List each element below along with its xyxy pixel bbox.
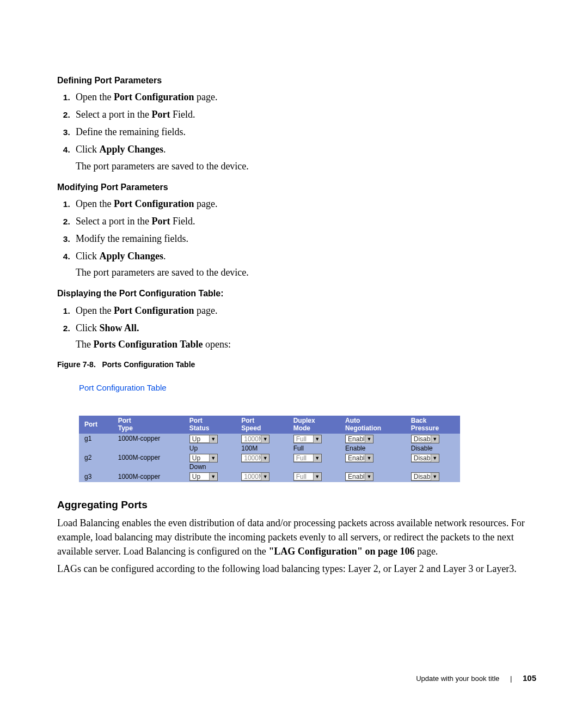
chevron-down-icon: ▼ bbox=[261, 473, 269, 480]
table-row: g11000M-copperUp▼1000M▼Full▼Enable▼Disab… bbox=[79, 434, 460, 444]
chevron-down-icon: ▼ bbox=[365, 454, 373, 462]
table-header-row: Port PortType PortStatus PortSpeed Duple… bbox=[79, 416, 460, 434]
auto-negotiation-select[interactable]: Enable▼ bbox=[345, 472, 373, 481]
cell-port-type: 1000M-copper bbox=[113, 434, 184, 444]
duplex-mode-select: Full▼ bbox=[293, 472, 322, 481]
port-status-select[interactable]: Up▼ bbox=[189, 472, 218, 481]
cell-port: g3 bbox=[79, 472, 113, 482]
cell-port: g2 bbox=[79, 453, 113, 463]
actual-auto bbox=[340, 463, 406, 471]
page-number: 105 bbox=[523, 673, 536, 683]
figure-caption: Figure 7-8. Ports Configuration Table bbox=[57, 359, 539, 370]
chevron-down-icon: ▼ bbox=[261, 454, 269, 462]
actual-status: Down bbox=[184, 463, 236, 471]
col-port-type: PortType bbox=[113, 416, 184, 434]
back-pressure-select[interactable]: Disable▼ bbox=[411, 435, 439, 443]
port-speed-select: 1000M▼ bbox=[241, 435, 270, 443]
actual-auto: Enable bbox=[340, 445, 406, 453]
table-row-actual: Up100MFullEnableDisable bbox=[79, 445, 460, 453]
section-heading-displaying: Displaying the Port Configuration Table: bbox=[57, 287, 539, 300]
duplex-mode-select: Full▼ bbox=[293, 454, 322, 462]
chevron-down-icon: ▼ bbox=[365, 435, 373, 443]
step: Modify the remaining fields. bbox=[72, 232, 539, 246]
back-pressure-select[interactable]: Disable▼ bbox=[411, 472, 439, 481]
chevron-down-icon: ▼ bbox=[313, 473, 321, 480]
aggregating-paragraph-2: LAGs can be configured according to the … bbox=[57, 562, 539, 576]
book-title: Update with your book title bbox=[416, 674, 499, 683]
table-row-actual: Down bbox=[79, 463, 460, 471]
port-speed-select: 1000M▼ bbox=[241, 454, 270, 462]
step: Select a port in the Port Field. bbox=[72, 214, 539, 228]
page-footer: Update with your book title | 105 bbox=[416, 672, 536, 684]
step: Click Apply Changes. The port parameters… bbox=[72, 142, 539, 173]
auto-negotiation-select[interactable]: Enable▼ bbox=[345, 454, 373, 462]
actual-back: Disable bbox=[406, 445, 460, 453]
actual-status: Up bbox=[184, 445, 236, 453]
aggregating-paragraph-1: Load Balancing enables the even distribu… bbox=[57, 516, 539, 558]
steps-list-modifying: Open the Port Configuration page. Select… bbox=[57, 197, 539, 279]
chevron-down-icon: ▼ bbox=[209, 473, 217, 480]
duplex-mode-select: Full▼ bbox=[293, 435, 322, 443]
chevron-down-icon: ▼ bbox=[261, 435, 269, 443]
step-result: The Ports Configuration Table opens: bbox=[76, 337, 539, 351]
step: Open the Port Configuration page. bbox=[72, 197, 539, 211]
chevron-down-icon: ▼ bbox=[431, 435, 439, 443]
step: Define the remaining fields. bbox=[72, 125, 539, 139]
section-heading-defining: Defining Port Parameters bbox=[57, 74, 539, 87]
chevron-down-icon: ▼ bbox=[365, 473, 373, 480]
col-port-speed: PortSpeed bbox=[236, 416, 287, 434]
cell-port-type: 1000M-copper bbox=[113, 453, 184, 463]
step: Select a port in the Port Field. bbox=[72, 107, 539, 121]
section-heading-modifying: Modifying Port Parameters bbox=[57, 181, 539, 193]
port-speed-select: 1000M▼ bbox=[241, 472, 270, 481]
col-back-pressure: BackPressure bbox=[406, 416, 460, 434]
steps-list-defining: Open the Port Configuration page. Select… bbox=[57, 90, 539, 173]
chevron-down-icon: ▼ bbox=[209, 435, 217, 443]
col-duplex-mode: DuplexMode bbox=[288, 416, 340, 434]
col-port: Port bbox=[79, 416, 113, 434]
actual-back bbox=[406, 463, 460, 471]
chevron-down-icon: ▼ bbox=[313, 454, 321, 462]
port-status-select[interactable]: Up▼ bbox=[189, 435, 218, 443]
actual-duplex: Full bbox=[288, 445, 340, 453]
actual-duplex bbox=[288, 463, 340, 471]
actual-speed: 100M bbox=[236, 445, 287, 453]
back-pressure-select[interactable]: Disable▼ bbox=[411, 454, 439, 462]
step-result: The port parameters are saved to the dev… bbox=[76, 159, 539, 173]
chevron-down-icon: ▼ bbox=[431, 454, 439, 462]
steps-list-displaying: Open the Port Configuration page. Click … bbox=[57, 303, 539, 351]
section-heading-aggregating: Aggregating Ports bbox=[57, 497, 539, 513]
port-status-select[interactable]: Up▼ bbox=[189, 454, 218, 462]
auto-negotiation-select[interactable]: Enable▼ bbox=[345, 435, 373, 443]
chevron-down-icon: ▼ bbox=[431, 473, 439, 480]
table-row: g31000M-copperUp▼1000M▼Full▼Enable▼Disab… bbox=[79, 472, 460, 482]
table-row: g21000M-copperUp▼1000M▼Full▼Enable▼Disab… bbox=[79, 453, 460, 463]
cell-port-type: 1000M-copper bbox=[113, 472, 184, 482]
step: Click Apply Changes. The port parameters… bbox=[72, 249, 539, 279]
chevron-down-icon: ▼ bbox=[209, 454, 217, 462]
actual-speed bbox=[236, 463, 287, 471]
step: Open the Port Configuration page. bbox=[72, 303, 539, 318]
col-auto-negotiation: AutoNegotiation bbox=[340, 416, 406, 434]
step: Open the Port Configuration page. bbox=[72, 90, 539, 104]
step-result: The port parameters are saved to the dev… bbox=[76, 265, 539, 279]
col-port-status: PortStatus bbox=[184, 416, 236, 434]
table-title: Port Configuration Table bbox=[79, 382, 539, 394]
cell-port: g1 bbox=[79, 434, 113, 444]
port-configuration-table: Port PortType PortStatus PortSpeed Duple… bbox=[79, 416, 460, 482]
chevron-down-icon: ▼ bbox=[313, 435, 321, 443]
step: Click Show All. The Ports Configuration … bbox=[72, 321, 539, 351]
